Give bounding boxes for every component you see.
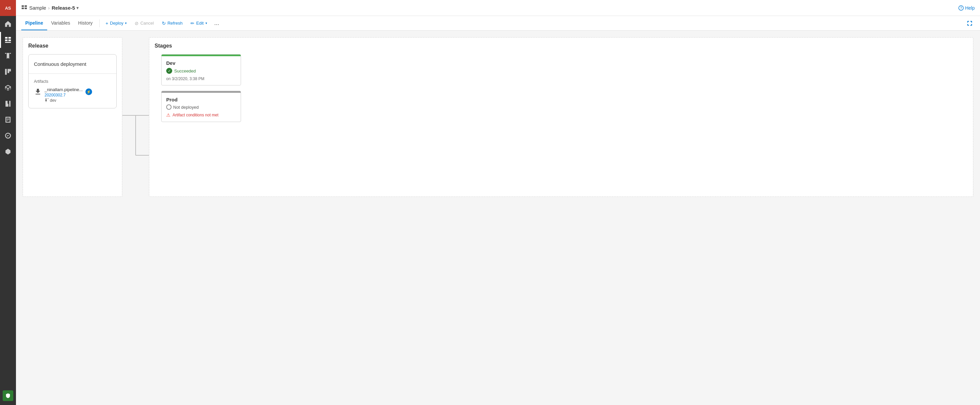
prod-stage-status: Not deployed bbox=[166, 104, 236, 110]
svg-rect-12 bbox=[25, 7, 27, 9]
svg-rect-3 bbox=[8, 40, 11, 41]
nav-icon-pipelines[interactable] bbox=[0, 32, 16, 48]
svg-rect-9 bbox=[22, 5, 24, 7]
pipeline-icon bbox=[21, 5, 27, 11]
warning-triangle-icon: ⚠ bbox=[166, 112, 170, 118]
nav-icon-artifacts[interactable] bbox=[0, 80, 16, 96]
artifact-info: _ninallam.pipeline... 20200302.7 dev bbox=[45, 87, 83, 103]
svg-rect-4 bbox=[5, 42, 11, 43]
stages-list: Dev ✓ Succeeded on 3/2/2020, 3:38 PM bbox=[154, 54, 968, 122]
tab-history[interactable]: History bbox=[74, 16, 97, 30]
dev-stage-status: ✓ Succeeded bbox=[166, 68, 236, 74]
cancel-button: ⊘ Cancel bbox=[131, 19, 157, 28]
cancel-icon: ⊘ bbox=[135, 21, 138, 26]
nav-icon-boards[interactable] bbox=[0, 64, 16, 80]
dev-status-label: Succeeded bbox=[174, 69, 196, 73]
release-card-title: Continuous deployment bbox=[29, 54, 116, 74]
release-section: Release Continuous deployment Artifacts bbox=[22, 37, 123, 197]
release-card[interactable]: Continuous deployment Artifacts _ninalla… bbox=[28, 54, 117, 108]
svg-rect-6 bbox=[8, 69, 9, 73]
toolbar: + Deploy ▾ ⊘ Cancel ↻ Refresh ✏ Edit ▾ bbox=[102, 18, 222, 28]
edit-dropdown-icon: ▾ bbox=[205, 21, 207, 25]
deploy-dropdown-icon: ▾ bbox=[125, 21, 127, 25]
dev-stage-date: on 3/2/2020, 3:38 PM bbox=[166, 77, 236, 81]
prod-stage-warning: ⚠ Artifact conditions not met bbox=[166, 112, 236, 118]
tab-bar: Pipeline Variables History + Deploy ▾ ⊘ … bbox=[16, 16, 980, 30]
stages-section-title: Stages bbox=[154, 43, 968, 49]
stage-card-prod[interactable]: Prod Not deployed ⚠ Artifact conditions … bbox=[161, 91, 241, 122]
dev-stage-name: Dev bbox=[166, 60, 236, 66]
dev-status-check-icon: ✓ bbox=[166, 68, 172, 74]
svg-rect-5 bbox=[5, 69, 6, 75]
pipeline-connector bbox=[123, 37, 149, 175]
user-avatar[interactable]: AS bbox=[0, 0, 16, 16]
nav-icon-deploy[interactable] bbox=[0, 144, 16, 159]
pipeline-canvas: Release Continuous deployment Artifacts bbox=[16, 30, 980, 405]
svg-rect-11 bbox=[22, 7, 24, 9]
breadcrumb: Sample › Release-5 ▾ bbox=[21, 5, 78, 11]
edit-icon: ✏ bbox=[191, 21, 194, 26]
prod-warning-label: Artifact conditions not met bbox=[173, 113, 218, 117]
refresh-icon: ↻ bbox=[162, 21, 166, 26]
artifact-icon bbox=[34, 88, 42, 98]
breadcrumb-sample[interactable]: Sample bbox=[29, 5, 46, 11]
svg-rect-2 bbox=[5, 40, 8, 41]
svg-text:?: ? bbox=[960, 6, 962, 10]
artifact-row: _ninallam.pipeline... 20200302.7 dev ⚡ bbox=[34, 87, 111, 103]
tab-pipeline[interactable]: Pipeline bbox=[21, 16, 47, 30]
nav-icon-wiki[interactable] bbox=[0, 112, 16, 128]
deploy-button[interactable]: + Deploy ▾ bbox=[102, 19, 130, 28]
svg-rect-10 bbox=[25, 5, 27, 7]
deploy-icon: + bbox=[106, 21, 108, 26]
activity-bar: AS bbox=[0, 0, 16, 405]
prod-status-circle-icon bbox=[166, 104, 172, 110]
breadcrumb-separator: › bbox=[48, 5, 50, 11]
nav-icon-sprint[interactable] bbox=[0, 128, 16, 144]
breadcrumb-release: Release-5 ▾ bbox=[52, 5, 78, 11]
release-dropdown-icon[interactable]: ▾ bbox=[76, 6, 78, 10]
nav-icon-repos[interactable] bbox=[0, 48, 16, 64]
refresh-button[interactable]: ↻ Refresh bbox=[159, 19, 186, 28]
more-button[interactable]: ... bbox=[212, 18, 222, 28]
expand-button[interactable] bbox=[965, 18, 975, 28]
prod-status-label: Not deployed bbox=[173, 105, 199, 110]
nav-icon-home[interactable] bbox=[0, 16, 16, 32]
svg-rect-0 bbox=[5, 37, 8, 38]
artifacts-label: Artifacts bbox=[34, 79, 111, 84]
prod-stage-name: Prod bbox=[166, 97, 236, 102]
artifact-version[interactable]: 20200302.7 bbox=[45, 93, 83, 97]
top-bar: Sample › Release-5 ▾ ? Help bbox=[16, 0, 980, 16]
nav-icon-test[interactable] bbox=[0, 96, 16, 112]
artifact-name: _ninallam.pipeline... bbox=[45, 87, 83, 92]
stage-card-dev[interactable]: Dev ✓ Succeeded on 3/2/2020, 3:38 PM bbox=[161, 54, 241, 86]
edit-button[interactable]: ✏ Edit ▾ bbox=[187, 19, 210, 28]
help-link[interactable]: ? Help bbox=[958, 5, 975, 11]
tab-variables[interactable]: Variables bbox=[47, 16, 74, 30]
shield-icon[interactable] bbox=[3, 391, 13, 401]
artifact-branch: dev bbox=[45, 98, 83, 103]
svg-rect-7 bbox=[9, 69, 11, 72]
release-section-title: Release bbox=[28, 43, 117, 49]
tab-divider bbox=[99, 19, 100, 27]
svg-rect-1 bbox=[8, 37, 11, 38]
stages-section: Stages Dev ✓ Succeeded on 3/2/ bbox=[149, 37, 974, 197]
artifact-lightning-badge: ⚡ bbox=[86, 88, 92, 95]
